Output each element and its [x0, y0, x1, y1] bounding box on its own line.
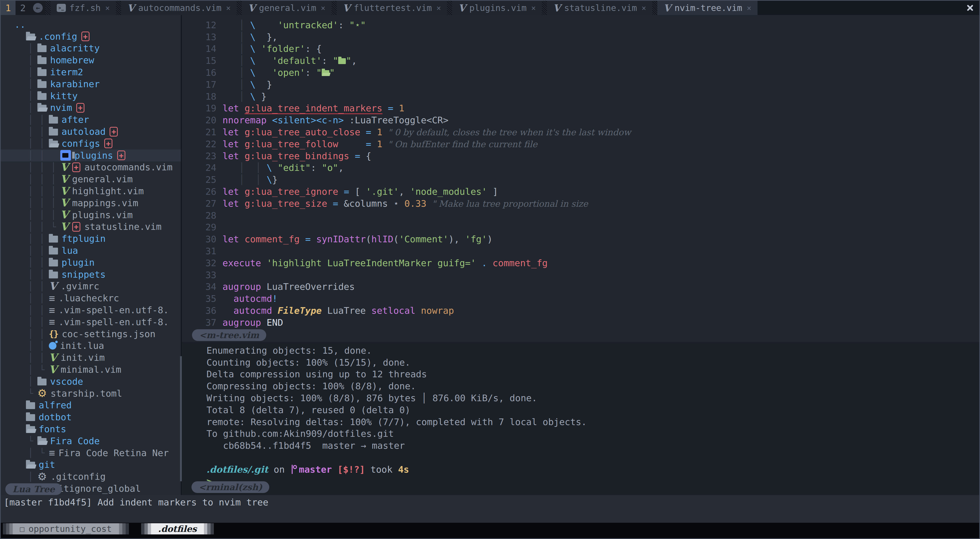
editor-line: 35 autocmd!: [182, 293, 979, 305]
tree-item-alfred[interactable]: alfred: [14, 399, 181, 411]
folder-icon: [49, 129, 58, 135]
tree-item-label: general.vim: [72, 174, 133, 184]
tree-indent-guide: │: [26, 162, 37, 172]
editor-pane[interactable]: 12 │ \ 'untracked': "⋆"13 │ \ },14 │ \ '…: [182, 15, 979, 342]
code-text: │ \ 'folder': {: [223, 43, 322, 54]
tmux-segment-stripe: [148, 523, 151, 534]
buffer-number-idle[interactable]: 2: [16, 1, 30, 15]
tree-item-autocommands.vim[interactable]: │││V+autocommands.vim: [14, 161, 181, 173]
tree-item-.gvimrc[interactable]: ││V.gvimrc: [14, 280, 181, 293]
tree-item-kitty[interactable]: │kitty: [14, 90, 181, 102]
tree-item-label: Fira Code: [50, 436, 100, 446]
tree-item-label: vscode: [50, 376, 83, 387]
tree-indent-guide: │: [26, 305, 37, 315]
tree-item-dotbot[interactable]: dotbot: [14, 411, 181, 423]
terminal-pane[interactable]: Enumerating objects: 15, done.Counting o…: [182, 342, 979, 495]
tab-fluttertest.vim[interactable]: Vfluttertest.vim×: [337, 1, 447, 15]
tree-item-plugins[interactable]: ││plugins+: [1, 149, 181, 161]
tree-item-lua[interactable]: ││lua: [14, 245, 181, 256]
tree-item-snippets[interactable]: ││snippets: [14, 269, 181, 280]
tree-item-.luacheckrc[interactable]: ││≡.luacheckrc: [14, 292, 181, 304]
tree-item-Fira-Code[interactable]: └Fira Code: [14, 435, 181, 447]
tree-item-.gitconfig[interactable]: │⚙.gitconfig: [14, 471, 181, 483]
new-file-badge: +: [104, 138, 112, 148]
tab-statusline.vim[interactable]: Vstatusline.vim×: [547, 1, 652, 15]
tab-close-icon[interactable]: ×: [436, 3, 441, 13]
tab-plugins.vim[interactable]: Vplugins.vim×: [452, 1, 542, 15]
tree-item-label: plugins.vim: [72, 210, 133, 220]
tab-close-icon[interactable]: ×: [226, 3, 231, 13]
tree-item-homebrew[interactable]: │homebrew: [14, 54, 181, 66]
buffer-number-active[interactable]: 1: [1, 1, 16, 15]
tree-indent-guide: │: [26, 91, 37, 101]
tree-item-.config[interactable]: .config+: [14, 30, 181, 43]
tree-item-init.vim[interactable]: ││Vinit.vim: [14, 351, 181, 364]
terminal-line: Enumerating objects: 15, done.: [207, 345, 979, 356]
folder-open-icon: [26, 426, 35, 433]
tree-item-statusline.vim[interactable]: ││└V+statusline.vim: [14, 221, 181, 233]
tree-item-.vim-spell-en.utf-8.[interactable]: ││≡.vim-spell-en.utf-8.: [14, 304, 181, 316]
tab-close-icon[interactable]: ×: [531, 3, 536, 13]
tab-close-icon[interactable]: ×: [641, 3, 646, 13]
tree-indent-guide: │: [37, 162, 49, 172]
folder-icon: [49, 259, 58, 266]
tree-item-after[interactable]: ││after: [14, 114, 181, 126]
tree-item-vscode[interactable]: │vscode: [14, 375, 181, 388]
tree-indent-guide: │: [26, 246, 37, 256]
tmux-window-opportunity-cost[interactable]: □opportunity_cost: [3, 523, 129, 534]
tab-nvim-tree.vim[interactable]: Vnvim-tree.vim×: [657, 1, 757, 15]
tree-item-alacritty[interactable]: │alacritty: [14, 43, 181, 54]
tree-item-plugins.vim[interactable]: │││Vplugins.vim: [14, 209, 181, 221]
tab-close-icon[interactable]: ×: [105, 3, 110, 13]
tree-indent-guide: │: [26, 472, 37, 482]
tab-fzf.sh[interactable]: >_fzf.sh×: [51, 1, 116, 15]
tree-item-label: statusline.vim: [84, 221, 161, 232]
tree-item-minimal.vim[interactable]: │└Vminimal.vim: [14, 364, 181, 375]
tree-item-starship.toml[interactable]: └⚙starship.toml: [14, 388, 181, 399]
tree-item-init.lua[interactable]: ││init.lua: [14, 340, 181, 352]
folder-sel-icon: [60, 150, 71, 161]
tab-close-icon[interactable]: ×: [321, 3, 326, 13]
folder-icon: [26, 414, 35, 421]
code-text: │ \ }: [223, 91, 266, 102]
tree-item-.vim-spell-en.utf-8.[interactable]: ││≡.vim-spell-en.utf-8.: [14, 316, 181, 328]
tree-indent-guide: │: [26, 317, 37, 327]
close-all-icon[interactable]: [966, 4, 974, 12]
tab-general.vim[interactable]: Vgeneral.vim×: [242, 1, 332, 15]
tree-item-coc-settings.json[interactable]: ││{}coc-settings.json: [14, 328, 181, 340]
tmux-segment-stripe: [3, 523, 6, 534]
tree-item-Fira-Code-Retina-Ner[interactable]: │└≡Fira Code Retina Ner: [14, 447, 181, 459]
tmux-window-.dotfiles[interactable]: .dotfiles: [141, 523, 214, 534]
tree-item-autoload[interactable]: ││autoload+: [14, 126, 181, 138]
tree-item-..[interactable]: ..: [14, 19, 181, 30]
tree-item-general.vim[interactable]: │││Vgeneral.vim: [14, 173, 181, 185]
tree-item-fonts[interactable]: fonts: [14, 423, 181, 435]
tab-close-icon[interactable]: ×: [747, 3, 751, 13]
tree-scrollbar[interactable]: [180, 356, 182, 481]
tree-item-nvim[interactable]: │nvim+: [14, 102, 181, 114]
tree-indent-guide: │: [49, 162, 60, 172]
lua-icon: [49, 342, 56, 350]
tree-item-mappings.vim[interactable]: │││Vmappings.vim: [14, 197, 181, 209]
list-icon: ≡: [49, 448, 55, 458]
editor-lines: 12 │ \ 'untracked': "⋆"13 │ \ },14 │ \ '…: [182, 19, 979, 329]
code-text: let comment_fg = synIDattr(hlID('Comment…: [223, 234, 493, 244]
tree-indent-guide: │: [37, 281, 49, 291]
tree-item-label: fonts: [39, 424, 66, 434]
tree-item-highlight.vim[interactable]: │││Vhighlight.vim: [14, 185, 181, 197]
tree-indent-guide: │: [49, 174, 60, 184]
tab-autocommands.vim[interactable]: Vautocommands.vim×: [121, 1, 237, 15]
tree-item-configs[interactable]: ││configs+: [14, 138, 181, 149]
tree-item-label: ..: [14, 19, 25, 30]
tree-item-ftplugin[interactable]: ││ftplugin: [14, 233, 181, 245]
git-branch-icon: [292, 465, 296, 474]
tree-item-plugin[interactable]: ││plugin: [14, 256, 181, 269]
tree-item-karabiner[interactable]: │karabiner: [14, 78, 181, 90]
tree-indent-guide: └: [37, 364, 49, 375]
tab-label: fzf.sh: [69, 3, 101, 13]
tree-indent-guide: │: [26, 281, 37, 291]
back-button[interactable]: ←: [30, 1, 46, 15]
tree-item-git[interactable]: git: [14, 459, 181, 471]
tree-indent-guide: │: [26, 150, 37, 161]
tree-item-iterm2[interactable]: │iterm2: [14, 66, 181, 78]
